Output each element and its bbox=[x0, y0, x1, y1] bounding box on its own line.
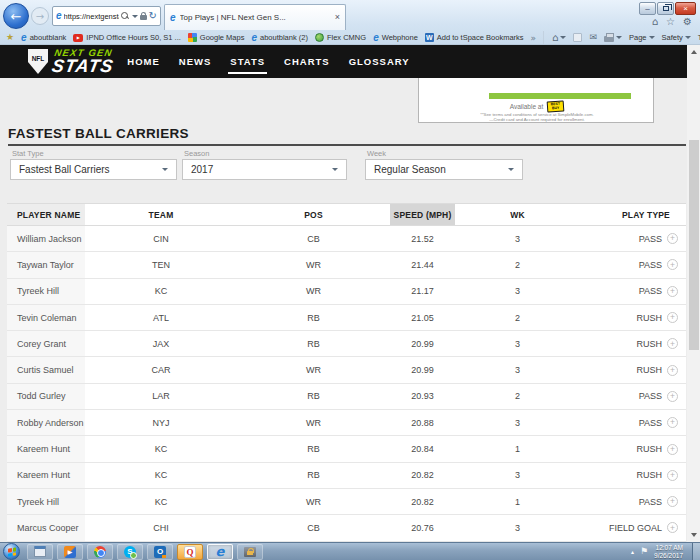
site-logo[interactable]: NFL NEXT GEN STATS bbox=[28, 48, 114, 75]
nav-home[interactable]: HOME bbox=[127, 52, 160, 71]
scroll-down-button[interactable] bbox=[687, 528, 700, 542]
favorites-overflow-chevron-icon[interactable]: » bbox=[531, 33, 537, 43]
browser-scrollbar[interactable] bbox=[687, 45, 700, 542]
favorite-ipnd-office-hours[interactable]: ▶ IPND Office Hours S0, S1 ... bbox=[73, 33, 180, 42]
safety-menu-button[interactable]: Safety bbox=[662, 33, 691, 42]
start-button[interactable] bbox=[3, 543, 20, 560]
table-row[interactable]: Tyreek Hill KC WR 20.82 1 PASS + bbox=[7, 489, 686, 515]
tab-close-button[interactable]: × bbox=[335, 13, 340, 22]
table-row[interactable]: William Jackson CIN CB 21.52 3 PASS + bbox=[7, 226, 686, 252]
table-row[interactable]: Kareem Hunt KC RB 20.84 1 RUSH + bbox=[7, 436, 686, 462]
cell-pos: WR bbox=[237, 252, 390, 277]
nav-stats[interactable]: STATS bbox=[230, 52, 265, 71]
stat-type-select[interactable]: Fastest Ball Carriers bbox=[10, 159, 177, 180]
expand-play-icon[interactable]: + bbox=[667, 259, 678, 270]
page-menu-button[interactable]: Page bbox=[629, 33, 655, 42]
expand-play-icon[interactable]: + bbox=[667, 522, 678, 533]
cell-pos: RB bbox=[237, 384, 390, 409]
taskbar-button-outlook[interactable] bbox=[147, 544, 173, 560]
taskbar-button-app-window[interactable] bbox=[27, 544, 53, 560]
favorite-flex-cmng[interactable]: Flex CMNG bbox=[315, 33, 366, 42]
settings-gear-icon[interactable]: ⚙ bbox=[683, 16, 692, 27]
favorite-aboutblank-2[interactable]: e aboutblank (2) bbox=[251, 33, 308, 43]
expand-play-icon[interactable]: + bbox=[667, 233, 678, 244]
windows-taskbar: ▴ ⚑ 12:07 AM 9/26/2017 bbox=[0, 542, 700, 560]
expand-play-icon[interactable]: + bbox=[667, 496, 678, 507]
cell-pos: RB bbox=[237, 436, 390, 461]
table-row[interactable]: Marcus Cooper CHI CB 20.76 3 FIELD GOAL … bbox=[7, 515, 686, 541]
back-button[interactable]: ← bbox=[3, 3, 29, 29]
taskbar-button-q-app[interactable] bbox=[177, 544, 203, 560]
forward-button[interactable]: → bbox=[31, 7, 49, 25]
expand-play-icon[interactable]: + bbox=[667, 470, 678, 481]
nav-glossary[interactable]: GLOSSARY bbox=[349, 52, 410, 71]
taskbar-button-skype[interactable] bbox=[117, 544, 143, 560]
triangle-up-icon bbox=[691, 50, 697, 54]
column-header-play-type[interactable]: PLAY TYPE bbox=[580, 204, 686, 225]
table-row[interactable]: Todd Gurley LAR RB 20.93 2 PASS + bbox=[7, 384, 686, 410]
restore-button[interactable] bbox=[657, 2, 674, 15]
action-center-flag-icon[interactable]: ⚑ bbox=[640, 547, 648, 556]
search-dropdown-caret-icon[interactable] bbox=[132, 15, 138, 18]
mail-icon[interactable]: ✉ bbox=[589, 33, 597, 42]
table-row[interactable]: Corey Grant JAX RB 20.99 3 RUSH + bbox=[7, 331, 686, 357]
expand-play-icon[interactable]: + bbox=[667, 286, 678, 297]
nav-news[interactable]: NEWS bbox=[179, 52, 212, 71]
favorite-google-maps[interactable]: Google Maps bbox=[188, 33, 245, 42]
favorite-label: Google Maps bbox=[200, 33, 245, 42]
print-menu-button[interactable] bbox=[604, 34, 622, 42]
week-select[interactable]: Regular Season bbox=[365, 159, 523, 180]
table-row[interactable]: Taywan Taylor TEN WR 21.44 2 PASS + bbox=[7, 252, 686, 278]
favorites-star-icon[interactable]: ☆ bbox=[666, 16, 675, 27]
printer-icon bbox=[604, 36, 614, 42]
minimize-button[interactable]: – bbox=[639, 2, 656, 15]
table-row[interactable]: Tyreek Hill KC WR 21.17 3 PASS + bbox=[7, 279, 686, 305]
url-text[interactable]: https://nextgensta... bbox=[64, 12, 119, 21]
column-header-team[interactable]: TEAM bbox=[85, 204, 237, 225]
expand-play-icon[interactable]: + bbox=[667, 365, 678, 376]
expand-play-icon[interactable]: + bbox=[667, 312, 678, 323]
refresh-button[interactable]: ↻ bbox=[149, 11, 157, 21]
show-desktop-button[interactable] bbox=[692, 543, 700, 560]
table-row[interactable]: Tevin Coleman ATL RB 21.05 2 RUSH + bbox=[7, 305, 686, 331]
expand-play-icon[interactable]: + bbox=[667, 417, 678, 428]
home-icon[interactable]: ⌂ bbox=[652, 16, 658, 27]
expand-play-icon[interactable]: + bbox=[667, 391, 678, 402]
cell-wk: 2 bbox=[455, 305, 580, 330]
column-header-speed[interactable]: SPEED (MPH) bbox=[390, 204, 455, 225]
browser-tab[interactable]: e Top Plays | NFL Next Gen S... × bbox=[164, 4, 346, 30]
taskbar-button-chrome[interactable] bbox=[87, 544, 113, 560]
close-button[interactable]: × bbox=[675, 2, 696, 15]
show-hidden-icons-button[interactable]: ▴ bbox=[631, 549, 634, 555]
table-row[interactable]: Kareem Hunt KC RB 20.82 3 RUSH + bbox=[7, 463, 686, 489]
caret-icon bbox=[560, 36, 566, 39]
cell-play-type: RUSH + bbox=[580, 357, 686, 382]
globe-icon bbox=[315, 33, 324, 42]
season-select[interactable]: 2017 bbox=[182, 159, 347, 180]
ie-tab-icon: e bbox=[170, 13, 176, 23]
cell-pos: WR bbox=[237, 410, 390, 435]
favorite-webphone[interactable]: e Webphone bbox=[373, 33, 418, 43]
taskbar-clock[interactable]: 12:07 AM 9/26/2017 bbox=[654, 544, 686, 560]
column-header-wk[interactable]: WK bbox=[455, 204, 580, 225]
column-header-player[interactable]: PLAYER NAME bbox=[7, 204, 85, 225]
taskbar-button-media-player[interactable] bbox=[57, 544, 83, 560]
taskbar-button-secure-folder[interactable] bbox=[237, 544, 263, 560]
chevron-down-icon bbox=[508, 168, 514, 171]
search-icon[interactable] bbox=[121, 12, 130, 21]
favorite-tspace-bookmarks[interactable]: W Add to tSpace Bookmarks bbox=[425, 33, 524, 42]
favorite-aboutblank[interactable]: e aboutblank bbox=[21, 33, 66, 43]
address-bar[interactable]: e https://nextgensta... ↻ bbox=[52, 6, 161, 26]
feeds-icon[interactable] bbox=[573, 33, 582, 42]
expand-play-icon[interactable]: + bbox=[667, 338, 678, 349]
suggested-sites-star-icon[interactable]: ★ bbox=[6, 33, 14, 42]
nav-charts[interactable]: CHARTS bbox=[284, 52, 330, 71]
scroll-up-button[interactable] bbox=[687, 45, 700, 59]
column-header-pos[interactable]: POS bbox=[237, 204, 390, 225]
table-row[interactable]: Curtis Samuel CAR WR 20.99 3 RUSH + bbox=[7, 357, 686, 383]
expand-play-icon[interactable]: + bbox=[667, 444, 678, 455]
home-menu-button[interactable]: ⌂ bbox=[552, 33, 566, 43]
table-row[interactable]: Robby Anderson NYJ WR 20.88 3 PASS + bbox=[7, 410, 686, 436]
taskbar-button-internet-explorer[interactable] bbox=[207, 544, 233, 560]
scrollbar-thumb[interactable] bbox=[689, 140, 699, 350]
